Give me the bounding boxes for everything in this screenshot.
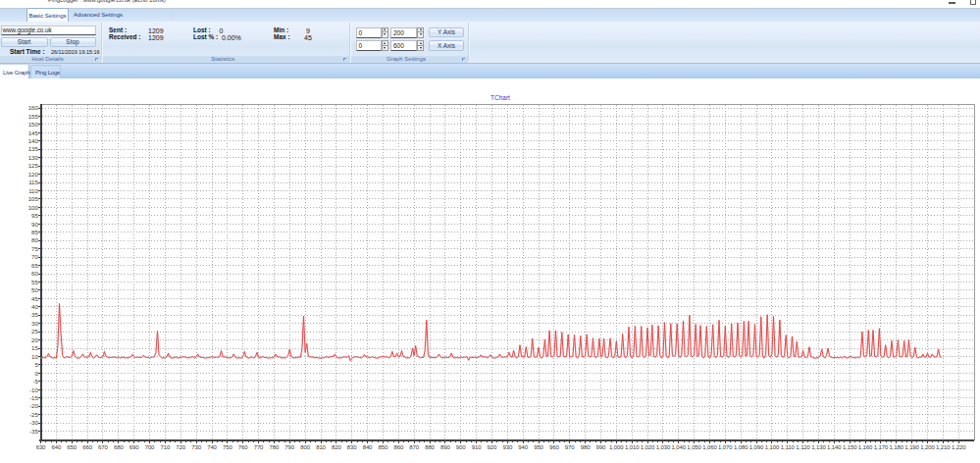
svg-text:1,220: 1,220 bbox=[952, 444, 966, 450]
svg-text:-35: -35 bbox=[29, 428, 39, 435]
svg-text:810: 810 bbox=[316, 444, 326, 450]
svg-text:1,100: 1,100 bbox=[765, 444, 780, 450]
svg-text:-5: -5 bbox=[32, 378, 38, 385]
svg-text:-20: -20 bbox=[29, 402, 39, 409]
svg-text:1,200: 1,200 bbox=[920, 444, 935, 450]
svg-text:830: 830 bbox=[347, 444, 357, 450]
svg-text:780: 780 bbox=[270, 444, 280, 450]
svg-text:630: 630 bbox=[36, 444, 46, 450]
svg-text:880: 880 bbox=[425, 444, 435, 450]
svg-text:15: 15 bbox=[31, 344, 38, 351]
svg-text:730: 730 bbox=[191, 444, 201, 450]
svg-text:65: 65 bbox=[31, 262, 38, 269]
svg-text:140: 140 bbox=[28, 137, 39, 144]
svg-text:960: 960 bbox=[549, 444, 559, 450]
svg-text:30: 30 bbox=[31, 320, 38, 327]
svg-text:980: 980 bbox=[581, 444, 591, 450]
svg-text:1,020: 1,020 bbox=[641, 444, 655, 450]
svg-text:95: 95 bbox=[31, 212, 38, 219]
svg-text:1,110: 1,110 bbox=[781, 444, 796, 450]
svg-text:155: 155 bbox=[28, 113, 39, 120]
svg-text:640: 640 bbox=[52, 444, 62, 450]
svg-text:860: 860 bbox=[393, 444, 403, 450]
svg-text:0: 0 bbox=[35, 370, 39, 377]
svg-text:820: 820 bbox=[332, 444, 341, 450]
svg-text:700: 700 bbox=[145, 444, 155, 450]
svg-text:1,170: 1,170 bbox=[874, 444, 889, 450]
svg-text:750: 750 bbox=[223, 444, 232, 450]
svg-text:55: 55 bbox=[31, 279, 38, 285]
svg-text:-10: -10 bbox=[29, 386, 39, 393]
svg-text:770: 770 bbox=[254, 444, 264, 450]
svg-text:1,050: 1,050 bbox=[687, 444, 701, 450]
svg-text:100: 100 bbox=[28, 204, 39, 211]
svg-text:25: 25 bbox=[31, 328, 38, 334]
svg-text:920: 920 bbox=[488, 444, 497, 450]
svg-text:160: 160 bbox=[28, 104, 39, 111]
svg-text:1,210: 1,210 bbox=[936, 444, 951, 450]
svg-text:1,150: 1,150 bbox=[843, 444, 857, 450]
svg-text:760: 760 bbox=[238, 444, 248, 450]
svg-text:45: 45 bbox=[31, 295, 38, 302]
svg-text:650: 650 bbox=[67, 444, 77, 450]
svg-text:670: 670 bbox=[98, 444, 108, 450]
svg-text:110: 110 bbox=[28, 187, 38, 194]
svg-text:70: 70 bbox=[31, 253, 38, 260]
svg-text:970: 970 bbox=[565, 444, 575, 450]
svg-text:790: 790 bbox=[284, 444, 294, 450]
svg-text:1,180: 1,180 bbox=[890, 444, 904, 450]
svg-text:840: 840 bbox=[363, 444, 373, 450]
svg-text:35: 35 bbox=[31, 311, 38, 318]
svg-text:1,160: 1,160 bbox=[858, 444, 873, 450]
svg-text:940: 940 bbox=[518, 444, 528, 450]
svg-text:60: 60 bbox=[31, 270, 38, 277]
svg-text:890: 890 bbox=[440, 444, 450, 450]
svg-text:850: 850 bbox=[379, 444, 388, 450]
svg-text:660: 660 bbox=[82, 444, 92, 450]
svg-text:1,060: 1,060 bbox=[702, 444, 717, 450]
svg-text:115: 115 bbox=[28, 179, 38, 185]
svg-text:1,090: 1,090 bbox=[749, 444, 764, 450]
svg-text:1,140: 1,140 bbox=[827, 444, 842, 450]
svg-text:10: 10 bbox=[31, 353, 38, 360]
svg-text:TChart: TChart bbox=[490, 94, 510, 101]
svg-text:-15: -15 bbox=[29, 394, 39, 401]
svg-text:135: 135 bbox=[28, 145, 39, 152]
svg-text:120: 120 bbox=[28, 171, 39, 178]
svg-text:910: 910 bbox=[472, 444, 482, 450]
svg-text:5: 5 bbox=[35, 361, 39, 368]
svg-text:1,000: 1,000 bbox=[609, 444, 624, 450]
svg-text:710: 710 bbox=[161, 444, 171, 450]
svg-text:720: 720 bbox=[176, 444, 185, 450]
svg-text:125: 125 bbox=[28, 162, 39, 169]
svg-text:1,120: 1,120 bbox=[796, 444, 810, 450]
svg-text:950: 950 bbox=[534, 444, 543, 450]
svg-text:690: 690 bbox=[129, 444, 139, 450]
svg-text:40: 40 bbox=[31, 303, 38, 310]
svg-text:150: 150 bbox=[28, 121, 39, 128]
svg-text:1,040: 1,040 bbox=[671, 444, 686, 450]
svg-text:1,190: 1,190 bbox=[904, 444, 919, 450]
svg-text:85: 85 bbox=[31, 229, 38, 235]
svg-text:130: 130 bbox=[28, 154, 39, 161]
svg-text:1,080: 1,080 bbox=[734, 444, 748, 450]
svg-text:80: 80 bbox=[31, 236, 38, 243]
svg-text:1,130: 1,130 bbox=[811, 444, 826, 450]
svg-text:20: 20 bbox=[31, 336, 38, 343]
svg-text:990: 990 bbox=[596, 444, 606, 450]
svg-text:1,010: 1,010 bbox=[625, 444, 640, 450]
svg-text:870: 870 bbox=[409, 444, 419, 450]
svg-text:1,070: 1,070 bbox=[718, 444, 733, 450]
svg-text:900: 900 bbox=[456, 444, 466, 450]
svg-text:75: 75 bbox=[31, 245, 38, 252]
svg-text:50: 50 bbox=[31, 286, 38, 293]
svg-text:90: 90 bbox=[31, 221, 38, 228]
svg-text:740: 740 bbox=[207, 444, 217, 450]
svg-text:-30: -30 bbox=[29, 419, 39, 426]
svg-text:930: 930 bbox=[502, 444, 512, 450]
svg-text:1,030: 1,030 bbox=[656, 444, 671, 450]
svg-text:680: 680 bbox=[114, 444, 124, 450]
svg-text:105: 105 bbox=[28, 195, 39, 202]
svg-text:145: 145 bbox=[28, 129, 39, 136]
svg-text:-25: -25 bbox=[29, 411, 39, 418]
